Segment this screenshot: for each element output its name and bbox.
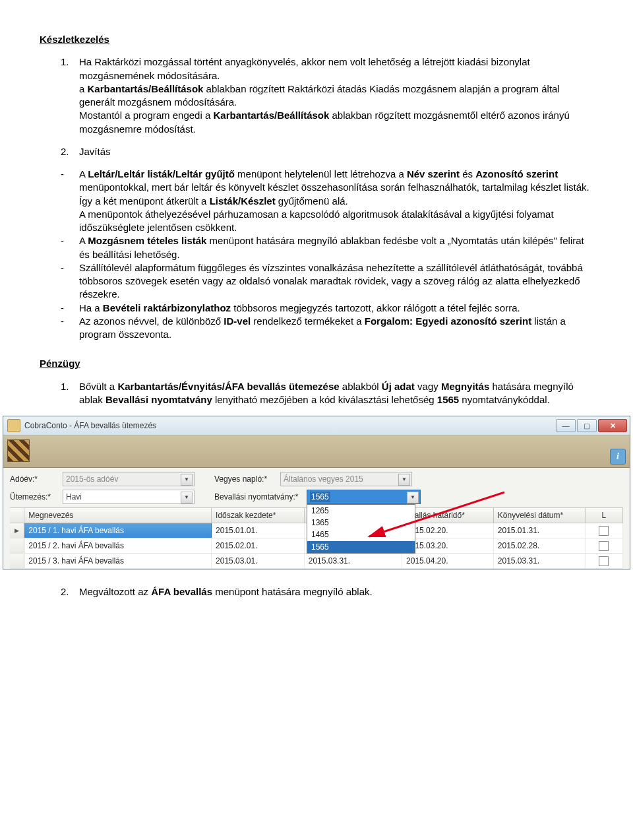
chevron-down-icon: ▼ — [181, 492, 193, 503]
text: ablakból — [340, 381, 382, 392]
combo-utemezes[interactable]: Havi ▼ — [63, 490, 195, 504]
dropdown-option[interactable]: 1265 — [307, 505, 415, 517]
combo-adoev[interactable]: 2015-ös adóév ▼ — [63, 472, 195, 486]
cell-deadline: 2015.04.20. — [402, 554, 494, 568]
bold-text: Karbantartás/Beállítások — [88, 83, 204, 94]
bold-text: 1565 — [437, 394, 459, 405]
bullet-body: Szállítólevél alapformátum függőleges és… — [79, 261, 593, 302]
cell-bookdate: 2015.01.31. — [494, 523, 586, 538]
text: A — [79, 168, 88, 179]
cell-deadline: 2015.03.20. — [402, 538, 494, 553]
cell-name: 2015 / 3. havi ÁFA bevallás — [24, 554, 212, 568]
bullet-dash: - — [61, 302, 79, 315]
app-window: CobraConto - ÁFA bevallás ütemezés — ▢ ✕… — [3, 416, 630, 569]
dropdown-option[interactable]: 1465 — [307, 529, 415, 540]
close-button[interactable]: ✕ — [598, 419, 627, 432]
chevron-down-icon: ▼ — [181, 474, 193, 486]
combo-value: Általános vegyes 2015 — [284, 474, 363, 484]
cell-start: 2015.01.01. — [212, 523, 305, 538]
numbered-item-2: 2. Javítás — [61, 145, 593, 158]
bold-text: Bevallási nyomtatvány — [106, 394, 212, 405]
row-handle-header — [10, 508, 24, 523]
section-title-penzugy: Pénzügy — [40, 357, 593, 370]
numbered-item-p1: 1. Bővült a Karbantartás/Évnyitás/ÁFA be… — [61, 380, 593, 407]
bullet-item: - Ha a Bevételi raktárbizonylathoz többs… — [61, 302, 593, 315]
item-number: 2. — [61, 145, 79, 158]
col-header-start[interactable]: Időszak kezdete* — [212, 508, 305, 523]
chevron-down-icon: ▼ — [407, 492, 419, 503]
bullet-item: - A Leltár/Leltár listák/Leltár gyűjtő m… — [61, 168, 593, 234]
text: a — [79, 83, 88, 94]
bullet-item: - A Mozgásnem tételes listák menüpont ha… — [61, 234, 593, 261]
chevron-down-icon: ▼ — [398, 474, 410, 486]
text: lenyitható mezőjében a kód kiválasztási … — [212, 394, 437, 405]
cell-bookdate: 2015.02.28. — [494, 538, 586, 553]
text: menüpontokkal, mert bár leltár és könyve… — [79, 181, 589, 193]
cell-checkbox[interactable] — [586, 538, 623, 553]
form-area: Adóév:* 2015-ös adóév ▼ Vegyes napló:* Á… — [3, 468, 630, 569]
text: A — [79, 235, 88, 246]
bold-text: Mozgásnem tételes listák — [88, 235, 206, 246]
bold-text: ID-vel — [224, 315, 251, 327]
bullet-body: Ha a Bevételi raktárbizonylathoz többsor… — [79, 302, 593, 315]
col-header-bookdate[interactable]: Könyvelési dátum* — [494, 508, 586, 523]
text: többsoros megjegyzés tartozott, akkor rá… — [231, 302, 520, 313]
cell-checkbox[interactable] — [586, 554, 623, 568]
minimize-button[interactable]: — — [556, 419, 576, 432]
dropdown-option[interactable]: 1365 — [307, 517, 415, 529]
bullet-item: - Az azonos névvel, de különböző ID-vel … — [61, 315, 593, 342]
combo-value: Havi — [66, 492, 82, 502]
cell-deadline: 2015.02.20. — [402, 523, 494, 538]
bold-text: Listák/Készlet — [210, 195, 276, 207]
combo-value: 2015-ös adóév — [66, 474, 118, 484]
combo-bevallasi[interactable]: 1565 ▼ 1265 1365 1465 1565 — [307, 490, 421, 504]
label-adoev: Adóév:* — [10, 474, 63, 484]
paragraph: Így a két menüpont átkerült a Listák/Kés… — [79, 195, 593, 208]
window-titlebar: CobraConto - ÁFA bevallás ütemezés — ▢ ✕ — [3, 416, 630, 436]
cell-start: 2015.02.01. — [212, 538, 305, 553]
window-title: CobraConto - ÁFA bevallás ütemezés — [24, 420, 555, 431]
table-row[interactable]: 2015 / 3. havi ÁFA bevallás 2015.03.01. … — [10, 554, 623, 569]
text: Mostantól a program engedi a — [79, 110, 213, 121]
bold-text: Új adat — [382, 381, 415, 392]
logo-icon — [3, 436, 32, 467]
bold-text: Karbantartás/Beállítások — [213, 110, 329, 121]
bullet-body: A Mozgásnem tételes listák menüpont hatá… — [79, 234, 593, 261]
label-utemezes: Ütemezés:* — [10, 492, 63, 502]
section-title-keszletkezeles: Készletkezelés — [40, 33, 593, 46]
paragraph: Ha Raktárközi mozgással történt anyagkön… — [79, 55, 593, 82]
paragraph: A Leltár/Leltár listák/Leltár gyűjtő men… — [79, 168, 593, 195]
cell-name: 2015 / 1. havi ÁFA bevallás — [24, 523, 212, 538]
col-header-deadline[interactable]: evallás határidő* — [402, 508, 494, 523]
checkbox-icon — [599, 541, 609, 551]
col-header-l[interactable]: L — [586, 508, 623, 523]
text: menüpont helytelenül lett létrehozva a — [235, 168, 407, 179]
bold-text: Forgalom: Egyedi azonosító szerint — [365, 315, 531, 327]
text: Bővült a — [79, 381, 117, 392]
window-controls: — ▢ ✕ — [555, 419, 630, 432]
bullet-dash: - — [61, 315, 79, 342]
col-header-name[interactable]: Megnevezés — [24, 508, 212, 523]
paragraph: a Karbantartás/Beállítások ablakban rögz… — [79, 82, 593, 110]
label-vegyes: Vegyes napló:* — [214, 474, 280, 484]
dropdown-option-selected[interactable]: 1565 — [307, 541, 415, 553]
combo-vegyes[interactable]: Általános vegyes 2015 ▼ — [280, 472, 412, 486]
bullet-item: - Szállítólevél alapformátum függőleges … — [61, 261, 593, 302]
cell-bookdate: 2015.03.31. — [494, 554, 586, 568]
cell-checkbox[interactable] — [586, 523, 623, 538]
item-number: 1. — [61, 55, 79, 136]
bold-text: Bevételi raktárbizonylathoz — [103, 302, 231, 313]
combo-value: 1565 — [310, 492, 330, 502]
embedded-screenshot: CobraConto - ÁFA bevallás ütemezés — ▢ ✕… — [3, 416, 630, 569]
cell-name: 2015 / 2. havi ÁFA bevallás — [24, 538, 212, 553]
bullet-body: Az azonos névvel, de különböző ID-vel re… — [79, 315, 593, 342]
numbered-item-1: 1. Ha Raktárközi mozgással történt anyag… — [61, 55, 593, 136]
dropdown-list[interactable]: 1265 1365 1465 1565 — [307, 504, 415, 554]
text: gyűjtőmenü alá. — [276, 195, 348, 207]
bold-text: Karbantartás/Évnyitás/ÁFA bevallás üteme… — [117, 381, 339, 392]
text: Ha a — [79, 302, 103, 313]
info-button[interactable]: i — [610, 449, 626, 465]
maximize-button[interactable]: ▢ — [577, 419, 597, 432]
item-number: 1. — [61, 380, 79, 407]
text: és — [460, 168, 475, 179]
